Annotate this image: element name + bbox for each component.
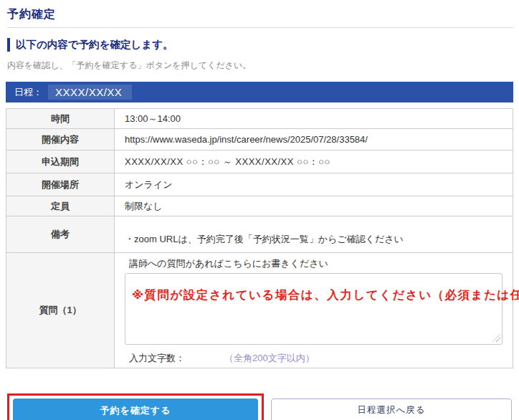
red-highlight-annotation: 予約を確定する	[7, 393, 264, 420]
table-row-place: 開催場所 オンライン	[6, 173, 513, 196]
schedule-date-value: XXXX/XX/XX	[48, 85, 132, 100]
section-subheader: 以下の内容で予約を確定します。	[7, 38, 513, 52]
detail-value-period: XXXX/XX/XX ○○：○○ ～ XXXX/XX/XX ○○：○○	[115, 151, 513, 173]
table-row-time: 時間 13:00～14:00	[6, 109, 513, 129]
detail-label-remarks: 備考	[6, 216, 115, 253]
table-row-capacity: 定員 制限なし	[6, 196, 513, 216]
schedule-header-bar: 日程： XXXX/XX/XX	[6, 82, 513, 102]
question-textarea[interactable]	[125, 273, 503, 345]
char-limit-text: （全角200文字以内）	[224, 352, 315, 365]
title-divider	[7, 27, 513, 28]
table-row-remarks: 備考 ・zoom URLは、予約完了後「予約状況一覧」からご確認ください	[6, 216, 513, 253]
instruction-text: 内容を確認し、「予約を確定する」ボタンを押してください。	[7, 59, 513, 72]
table-row-period: 申込期間 XXXX/XX/XX ○○：○○ ～ XXXX/XX/XX ○○：○○	[6, 151, 513, 173]
page: 予約確定 以下の内容で予約を確定します。 内容を確認し、「予約を確定する」ボタン…	[0, 0, 519, 420]
section-subtitle: 以下の内容で予約を確定します。	[16, 38, 173, 52]
table-row-content: 開催内容 https://www.waseda.jp/inst/career/n…	[6, 129, 513, 151]
char-count-label: 入力文字数：	[129, 352, 185, 365]
detail-label-question: 質問（1）	[6, 253, 115, 368]
detail-value-place: オンライン	[115, 173, 513, 196]
question-textarea-wrap: ※質問が設定されている場合は、入力してください（必須または任意）	[125, 273, 503, 345]
reservation-details-table: 時間 13:00～14:00 開催内容 https://www.waseda.j…	[6, 108, 513, 368]
table-row-question: 質問（1） 講師への質問があればこちらにお書きください ※質問が設定されている場…	[6, 253, 513, 368]
detail-label-place: 開催場所	[6, 173, 115, 196]
detail-label-time: 時間	[6, 109, 115, 129]
footer-button-row: 予約を確定する 日程選択へ戻る	[6, 393, 513, 420]
detail-label-capacity: 定員	[6, 196, 115, 216]
accent-bar	[7, 38, 10, 52]
detail-value-remarks: ・zoom URLは、予約完了後「予約状況一覧」からご確認ください	[115, 216, 513, 253]
detail-value-capacity: 制限なし	[115, 196, 513, 216]
page-title: 予約確定	[7, 7, 513, 22]
confirm-reservation-button[interactable]: 予約を確定する	[13, 398, 258, 420]
schedule-label: 日程：	[14, 86, 42, 99]
question-cell: 講師への質問があればこちらにお書きください ※質問が設定されている場合は、入力し…	[115, 253, 513, 368]
detail-label-content: 開催内容	[6, 129, 115, 151]
detail-value-content: https://www.waseda.jp/inst/career/news/2…	[115, 129, 513, 151]
question-hint-text: 講師への質問があればこちらにお書きください	[129, 257, 503, 270]
char-counter-line: 入力文字数： （全角200文字以内）	[129, 352, 503, 365]
back-to-schedule-button[interactable]: 日程選択へ戻る	[271, 398, 512, 420]
detail-value-time: 13:00～14:00	[115, 109, 513, 129]
detail-label-period: 申込期間	[6, 151, 115, 173]
